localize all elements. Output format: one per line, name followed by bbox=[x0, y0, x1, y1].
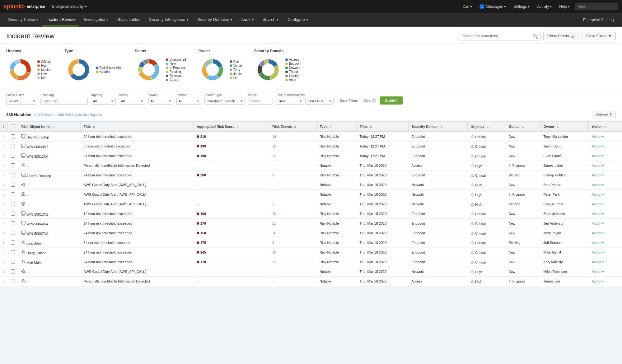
row-check[interactable] bbox=[7, 190, 18, 199]
row-action[interactable]: Action ▾ bbox=[589, 161, 622, 170]
th-urgency[interactable]: Urgency ⇅ bbox=[467, 122, 506, 132]
row-checkbox[interactable] bbox=[11, 154, 15, 158]
risk-events-link[interactable]: 8 bbox=[272, 241, 274, 245]
row-check[interactable] bbox=[7, 170, 18, 180]
action-button[interactable]: Action ▾ bbox=[592, 135, 604, 138]
action-button[interactable]: Action ▾ bbox=[592, 222, 604, 225]
row-check[interactable] bbox=[7, 219, 18, 228]
row-check[interactable] bbox=[7, 248, 18, 257]
domain-select[interactable]: All bbox=[176, 98, 201, 105]
clear-all-button[interactable]: Clear All bbox=[362, 97, 378, 104]
row-action[interactable]: Action ▾ bbox=[589, 132, 622, 142]
row-action[interactable]: Action ▾ bbox=[589, 238, 622, 248]
action-button[interactable]: Action ▾ bbox=[592, 173, 604, 177]
row-action[interactable]: Action ▾ bbox=[589, 170, 622, 180]
nav-investigations[interactable]: Investigations bbox=[79, 13, 113, 26]
th-action[interactable]: Action ⇅ bbox=[589, 122, 622, 132]
time-select[interactable]: Time Associations bbox=[276, 98, 304, 105]
row-action[interactable]: Action ▾ bbox=[589, 142, 622, 151]
risk-events-link[interactable]: 12 bbox=[272, 260, 276, 264]
close-charts-button[interactable]: Close Charts 📊 bbox=[543, 32, 579, 40]
row-expand[interactable]: › bbox=[0, 228, 7, 238]
row-check[interactable] bbox=[7, 199, 18, 209]
row-expand[interactable]: › bbox=[0, 180, 7, 190]
row-expand[interactable]: › bbox=[0, 161, 7, 170]
th-risk-score[interactable]: Aggregated Risk Score ⇅ bbox=[194, 122, 269, 132]
row-action[interactable]: Action ▾ bbox=[589, 190, 622, 199]
user-menu[interactable]: Carl ▾ bbox=[460, 4, 475, 9]
row-expand[interactable]: › bbox=[0, 151, 7, 161]
row-checkbox[interactable] bbox=[11, 134, 15, 138]
action-button[interactable]: Action ▾ bbox=[592, 270, 604, 273]
close-filters-button[interactable]: Close Filters ▼ bbox=[582, 32, 616, 40]
row-checkbox[interactable] bbox=[11, 202, 15, 206]
nav-security-domains[interactable]: Security Domains ▾ bbox=[193, 13, 237, 26]
help-menu[interactable]: Help ▾ bbox=[557, 4, 572, 9]
messages-menu[interactable]: 1 Messages ▾ bbox=[477, 4, 508, 9]
risk-events-link[interactable]: 10 bbox=[272, 250, 276, 254]
th-type[interactable]: Type ⇅ bbox=[316, 122, 356, 132]
risk-events-link[interactable]: 9 bbox=[272, 173, 274, 177]
row-action[interactable]: Action ▾ bbox=[589, 267, 622, 277]
row-checkbox[interactable] bbox=[11, 183, 15, 187]
row-checkbox[interactable] bbox=[11, 192, 15, 196]
th-check[interactable] bbox=[7, 122, 18, 132]
row-check[interactable] bbox=[7, 257, 18, 267]
th-info[interactable]: i bbox=[0, 122, 7, 132]
submit-button[interactable]: Submit bbox=[380, 96, 403, 105]
row-action[interactable]: Action ▾ bbox=[589, 151, 622, 161]
row-checkbox[interactable] bbox=[11, 260, 15, 264]
row-action[interactable]: Action ▾ bbox=[589, 199, 622, 209]
row-expand[interactable]: › bbox=[0, 199, 7, 209]
row-action[interactable]: Action ▾ bbox=[589, 257, 622, 267]
row-check[interactable] bbox=[7, 277, 18, 286]
search-icon[interactable]: 🔍 bbox=[533, 34, 538, 39]
action-button[interactable]: Action ▾ bbox=[592, 212, 604, 216]
row-check[interactable] bbox=[7, 238, 18, 248]
nav-audit[interactable]: Audit ▾ bbox=[237, 13, 258, 26]
action-button[interactable]: Action ▾ bbox=[592, 154, 604, 158]
enter-tag-input[interactable] bbox=[40, 98, 88, 105]
th-security-domain[interactable]: Security Domain ⇅ bbox=[408, 122, 467, 132]
row-checkbox[interactable] bbox=[11, 231, 15, 235]
action-button[interactable]: Action ▾ bbox=[592, 193, 604, 196]
row-check[interactable] bbox=[7, 267, 18, 277]
time-range-select[interactable]: Last 24hrs Last 7 days Last 30 days bbox=[305, 98, 334, 105]
row-expand[interactable]: › bbox=[0, 170, 7, 180]
risk-events-link[interactable]: 12 bbox=[272, 154, 276, 158]
row-action[interactable]: Action ▾ bbox=[589, 248, 622, 257]
nav-configure[interactable]: Configure ▾ bbox=[283, 13, 313, 26]
row-expand[interactable]: › bbox=[0, 142, 7, 151]
row-check[interactable] bbox=[7, 132, 18, 142]
row-checkbox[interactable] bbox=[11, 250, 15, 254]
row-checkbox[interactable] bbox=[11, 144, 15, 148]
row-expand[interactable]: › bbox=[0, 209, 7, 219]
add-selected-link[interactable]: Add Selected to Investigation bbox=[58, 113, 102, 117]
action-button[interactable]: Action ▾ bbox=[592, 231, 604, 235]
risk-events-link[interactable]: 10 bbox=[272, 212, 276, 216]
row-checkbox[interactable] bbox=[11, 212, 15, 216]
urgency-select[interactable]: All Critical High Medium Low Info bbox=[91, 98, 116, 105]
row-checkbox[interactable] bbox=[11, 269, 15, 273]
row-action[interactable]: Action ▾ bbox=[589, 209, 622, 219]
action-button[interactable]: Action ▾ bbox=[592, 241, 604, 245]
nav-glass-tables[interactable]: Glass Tables bbox=[113, 13, 145, 26]
action-button[interactable]: Action ▾ bbox=[592, 202, 604, 206]
row-checkbox[interactable] bbox=[11, 279, 15, 283]
row-action[interactable]: Action ▾ bbox=[589, 277, 622, 286]
nav-incident-review[interactable]: Incident Review bbox=[42, 13, 79, 26]
row-expand[interactable]: › bbox=[0, 257, 7, 267]
row-expand[interactable]: › bbox=[0, 238, 7, 248]
action-button[interactable]: Action ▾ bbox=[592, 279, 604, 283]
row-check[interactable] bbox=[7, 161, 18, 170]
search-type-select[interactable]: Correlation Search bbox=[204, 98, 245, 105]
action-button[interactable]: Action ▾ bbox=[592, 183, 604, 187]
row-expand[interactable]: › bbox=[0, 267, 7, 277]
row-checkbox[interactable] bbox=[11, 173, 15, 177]
risk-events-link[interactable]: 10 bbox=[272, 231, 276, 235]
activity-menu[interactable]: Activity ▾ bbox=[535, 4, 554, 9]
th-risk-events[interactable]: Risk Events ⇅ bbox=[269, 122, 316, 132]
risk-events-link[interactable]: 14 bbox=[272, 135, 276, 138]
row-expand[interactable]: › bbox=[0, 277, 7, 286]
nav-security-intelligence[interactable]: Security Intelligence ▾ bbox=[145, 13, 193, 26]
